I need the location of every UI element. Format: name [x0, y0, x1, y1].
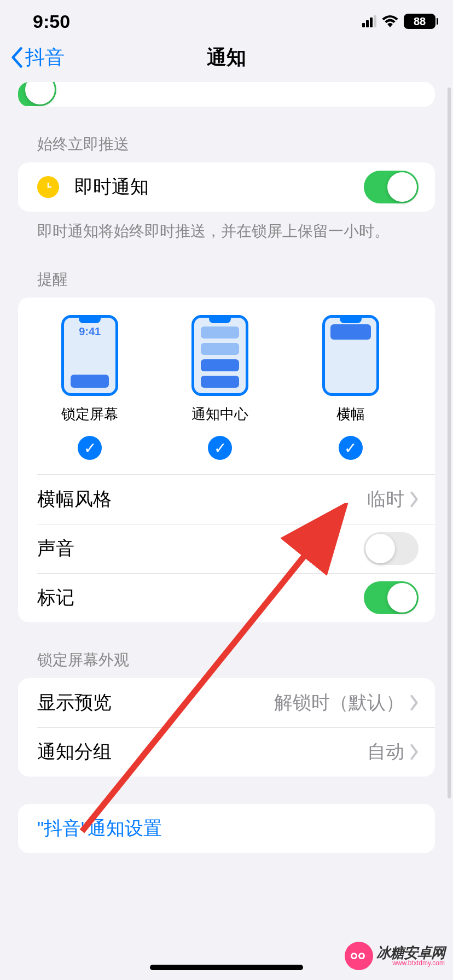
- chevron-right-icon: [410, 492, 419, 507]
- scroll-indicator: [448, 88, 451, 798]
- notification-center-label: 通知中心: [191, 405, 248, 424]
- row-immediate-delivery[interactable]: 即时通知: [18, 162, 435, 212]
- page-title: 通知: [207, 44, 246, 71]
- lock-screen-preview-icon: 9:41: [61, 315, 118, 396]
- back-label: 抖音: [25, 44, 65, 71]
- section-header-alerts: 提醒: [18, 242, 435, 298]
- style-notification-center[interactable]: 通知中心 ✓: [191, 315, 248, 460]
- section-footer-immediate: 即时通知将始终即时推送，并在锁屏上保留一小时。: [18, 212, 435, 242]
- banner-preview-icon: [322, 315, 379, 396]
- svg-point-4: [352, 954, 356, 958]
- row-banner-style[interactable]: 横幅风格 临时: [18, 475, 435, 524]
- badge-label: 标记: [37, 585, 364, 610]
- battery-icon: 88: [404, 14, 435, 29]
- show-preview-value: 解锁时（默认）: [274, 690, 404, 715]
- watermark-logo-icon: [345, 942, 373, 970]
- home-indicator: [150, 965, 303, 970]
- banner-style-label: 横幅风格: [37, 487, 367, 512]
- watermark-url: www.btxtdmy.com: [376, 960, 445, 966]
- badge-toggle[interactable]: [364, 581, 419, 614]
- chevron-left-icon: [11, 47, 23, 68]
- signal-icon: [362, 15, 376, 27]
- app-settings-label: "抖音"通知设置: [37, 816, 419, 841]
- allow-notifications-toggle[interactable]: [18, 82, 56, 106]
- section-header-lock-appearance: 锁定屏幕外观: [18, 622, 435, 678]
- chevron-right-icon: [410, 695, 419, 710]
- row-sound: 声音: [18, 524, 435, 573]
- row-show-preview[interactable]: 显示预览 解锁时（默认）: [18, 678, 435, 727]
- checkmark-icon: ✓: [78, 436, 102, 460]
- svg-point-6: [360, 954, 363, 958]
- sound-label: 声音: [37, 536, 364, 561]
- wifi-icon: [382, 15, 398, 27]
- checkmark-icon: ✓: [339, 436, 363, 460]
- back-button[interactable]: 抖音: [11, 44, 65, 71]
- sound-toggle[interactable]: [364, 532, 419, 565]
- style-lock-screen[interactable]: 9:41 锁定屏幕 ✓: [61, 315, 118, 460]
- watermark-text: 冰糖安卓网: [376, 946, 445, 960]
- nav-bar: 抖音 通知: [0, 33, 453, 82]
- style-banner[interactable]: 横幅 ✓: [322, 315, 379, 460]
- status-time: 9:50: [33, 11, 70, 32]
- immediate-toggle[interactable]: [364, 171, 419, 203]
- watermark: 冰糖安卓网 www.btxtdmy.com: [345, 942, 445, 970]
- status-bar: 9:50 88: [0, 0, 453, 33]
- row-badge: 标记: [18, 573, 435, 622]
- status-icons: 88: [362, 14, 435, 29]
- grouping-value: 自动: [367, 739, 404, 765]
- banner-style-value: 临时: [367, 487, 404, 512]
- show-preview-label: 显示预览: [37, 690, 274, 715]
- grouping-label: 通知分组: [37, 739, 367, 765]
- banner-label: 横幅: [336, 405, 365, 424]
- immediate-label: 即时通知: [74, 174, 364, 200]
- section-header-immediate: 始终立即推送: [18, 107, 435, 162]
- lock-screen-label: 锁定屏幕: [61, 405, 118, 424]
- clock-icon: [37, 176, 59, 198]
- checkmark-icon: ✓: [208, 436, 232, 460]
- notification-center-preview-icon: [191, 315, 248, 396]
- partial-previous-group: [18, 82, 435, 107]
- alert-styles-row: 9:41 锁定屏幕 ✓ 通知中心 ✓ 横幅 ✓: [37, 298, 435, 475]
- chevron-right-icon: [410, 744, 419, 760]
- row-app-notification-settings[interactable]: "抖音"通知设置: [18, 804, 435, 853]
- row-grouping[interactable]: 通知分组 自动: [18, 727, 435, 777]
